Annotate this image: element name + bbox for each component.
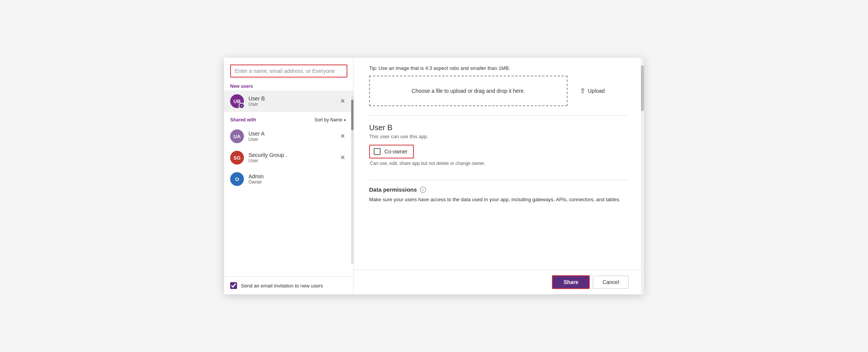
left-scrollbar-thumb	[351, 100, 353, 130]
right-content: Tip: Use an image that is 4:3 aspect rat…	[354, 58, 644, 270]
tip-text: Tip: Use an image that is 4:3 aspect rat…	[369, 58, 629, 76]
cancel-button[interactable]: Cancel	[593, 276, 629, 289]
coowner-row: Co-owner	[369, 145, 414, 158]
coowner-checkbox[interactable]	[374, 148, 381, 155]
coowner-description: Can use, edit, share app but not delete …	[369, 161, 629, 166]
share-dialog: New users UB User B User ✕ Shared with S…	[224, 58, 644, 294]
right-panel: Tip: Use an image that is 4:3 aspect rat…	[354, 58, 644, 294]
sort-by-button[interactable]: Sort by Name ▾	[313, 116, 347, 123]
left-scrollbar-track	[351, 96, 353, 264]
coowner-label: Co-owner	[384, 149, 408, 155]
user-role-sg: User	[248, 158, 333, 163]
chevron-down-icon: ▾	[344, 118, 346, 122]
remove-user-b-button[interactable]: ✕	[338, 97, 347, 105]
user-role-admin: Owner	[248, 179, 347, 185]
list-item[interactable]: UA User A User ✕	[224, 126, 353, 147]
shared-with-header: Shared with Sort by Name ▾	[224, 112, 353, 126]
list-item[interactable]: O Admin Owner	[224, 168, 353, 190]
left-panel: New users UB User B User ✕ Shared with S…	[224, 58, 354, 294]
user-info-sg: Security Group . User	[248, 152, 333, 163]
user-name-sg: Security Group .	[248, 152, 333, 158]
email-invitation-checkbox[interactable]	[230, 282, 237, 289]
user-b-section: User B This user can use this app. Co-ow…	[369, 123, 629, 180]
shared-users-list: UA User A User ✕ SG Security Group . Use…	[224, 126, 353, 276]
avatar-sg: SG	[230, 151, 244, 165]
data-permissions-title: Data permissions	[369, 186, 417, 193]
upload-dropzone[interactable]: Choose a file to upload or drag and drop…	[369, 76, 568, 106]
upload-icon: ⇧	[580, 87, 586, 95]
user-role-ub: User	[248, 102, 333, 107]
user-b-section-desc: This user can use this app.	[369, 134, 629, 139]
data-permissions-text: Make sure your users have access to the …	[369, 196, 629, 203]
user-name-admin: Admin	[248, 173, 347, 179]
avatar-admin: O	[230, 172, 244, 186]
right-scrollbar-track	[641, 58, 644, 294]
user-row-new[interactable]: UB User B User ✕	[224, 90, 353, 112]
avatar-ub: UB	[230, 94, 244, 108]
data-permissions-section: Data permissions i Make sure your users …	[369, 180, 629, 203]
sort-by-label: Sort by Name	[315, 117, 342, 123]
data-permissions-header: Data permissions i	[369, 186, 629, 193]
upload-button[interactable]: ⇧ Upload	[577, 85, 608, 97]
search-input[interactable]	[230, 65, 347, 78]
email-invitation-row: Send an email invitation to new users	[224, 276, 353, 294]
user-name-ub: User B	[248, 95, 333, 102]
section-divider-1	[369, 115, 629, 116]
list-item[interactable]: SG Security Group . User ✕	[224, 147, 353, 168]
new-users-label: New users	[224, 82, 353, 90]
avatar-ua: UA	[230, 129, 244, 143]
upload-area-row: Choose a file to upload or drag and drop…	[369, 76, 629, 106]
user-b-section-name: User B	[369, 123, 629, 132]
shared-with-label: Shared with	[230, 117, 256, 123]
upload-label: Upload	[588, 88, 605, 94]
share-button[interactable]: Share	[552, 275, 590, 289]
info-icon[interactable]: i	[420, 187, 426, 193]
user-info-admin: Admin Owner	[248, 173, 347, 185]
user-info-ub: User B User	[248, 95, 333, 107]
email-invitation-label: Send an email invitation to new users	[241, 283, 323, 289]
right-footer: Share Cancel	[354, 270, 644, 294]
user-info-ua: User A User	[248, 131, 333, 142]
upload-dropzone-text: Choose a file to upload or drag and drop…	[411, 88, 525, 94]
right-scrollbar-thumb	[641, 65, 644, 111]
remove-ua-button[interactable]: ✕	[338, 132, 347, 140]
check-badge	[239, 103, 245, 109]
search-input-wrapper	[224, 58, 353, 82]
remove-sg-button[interactable]: ✕	[338, 154, 347, 161]
user-name-ua: User A	[248, 131, 333, 137]
user-role-ua: User	[248, 137, 333, 142]
